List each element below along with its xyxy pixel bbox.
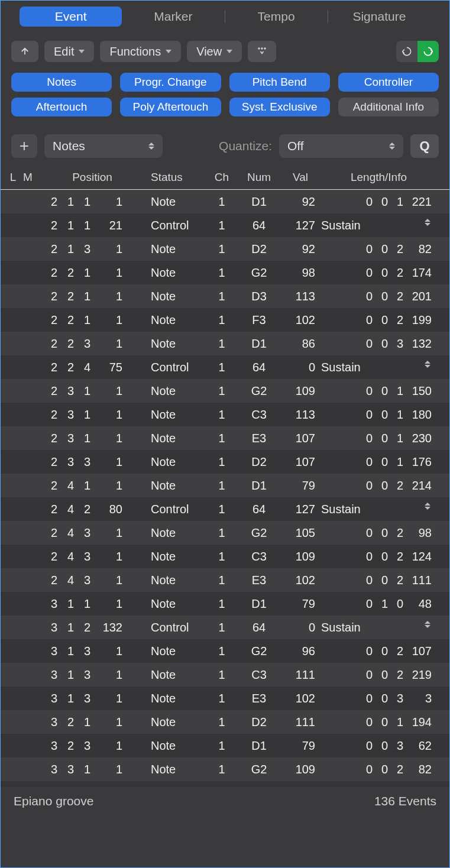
cell-length-info[interactable]: 001230: [319, 432, 439, 445]
event-row[interactable]: 312132Control1640Sustain: [1, 616, 449, 639]
cell-num[interactable]: D1: [236, 739, 282, 753]
cell-position[interactable]: 3131: [36, 644, 148, 658]
cell-length-info[interactable]: 0033: [319, 692, 439, 705]
cell-num[interactable]: G2: [236, 266, 282, 280]
cell-position[interactable]: 2111: [36, 195, 148, 209]
cell-val[interactable]: 79: [282, 739, 319, 753]
cell-length-info[interactable]: 002107: [319, 644, 439, 658]
event-row[interactable]: 2111Note1D192001221: [1, 190, 449, 213]
cell-val[interactable]: 111: [282, 715, 319, 729]
cell-val[interactable]: 105: [282, 526, 319, 540]
cell-status[interactable]: Note: [148, 763, 208, 776]
col-header-loop[interactable]: L: [7, 171, 20, 184]
cell-position[interactable]: 2211: [36, 313, 148, 327]
cell-length-info[interactable]: 002201: [319, 290, 439, 303]
filter-sysex[interactable]: Syst. Exclusive: [229, 98, 330, 116]
quantize-select[interactable]: Off: [279, 134, 403, 158]
cell-length-info[interactable]: 002214: [319, 479, 439, 493]
cell-val[interactable]: 111: [282, 668, 319, 682]
cell-length-info[interactable]: 00298: [319, 526, 439, 540]
tab-marker[interactable]: Marker: [122, 7, 224, 27]
cell-status[interactable]: Note: [148, 692, 208, 705]
event-type-select[interactable]: Notes: [44, 134, 163, 158]
cell-val[interactable]: 102: [282, 692, 319, 705]
cell-position[interactable]: 24280: [36, 503, 148, 516]
event-row[interactable]: 2211Note1D3113002201: [1, 284, 449, 308]
cell-status[interactable]: Note: [148, 313, 208, 327]
cell-status[interactable]: Note: [148, 408, 208, 422]
cell-position[interactable]: 2431: [36, 574, 148, 587]
event-table-body[interactable]: 2111Note1D19200122121121Control164127Sus…: [1, 190, 449, 786]
filter-aftertouch[interactable]: Aftertouch: [11, 98, 112, 116]
event-row[interactable]: 3131Note1G296002107: [1, 639, 449, 663]
event-row[interactable]: 3111Note1D17901048: [1, 592, 449, 616]
cell-status[interactable]: Note: [148, 739, 208, 753]
cell-num[interactable]: E3: [236, 574, 282, 587]
cell-channel[interactable]: 1: [208, 574, 236, 587]
col-header-position[interactable]: Position: [36, 171, 148, 184]
cell-position[interactable]: 2231: [36, 337, 148, 351]
event-row[interactable]: 21121Control164127Sustain: [1, 213, 449, 237]
cell-val[interactable]: 109: [282, 550, 319, 563]
cell-val[interactable]: 109: [282, 384, 319, 398]
event-row[interactable]: 2311Note1E3107001230: [1, 426, 449, 450]
cell-channel[interactable]: 1: [208, 337, 236, 351]
event-row[interactable]: 3231Note1D17900362: [1, 734, 449, 757]
cell-length-info[interactable]: 003132: [319, 337, 439, 351]
midi-out-button[interactable]: [417, 41, 439, 62]
cell-status[interactable]: Note: [148, 715, 208, 729]
cell-status[interactable]: Note: [148, 384, 208, 398]
cell-status[interactable]: Note: [148, 195, 208, 209]
back-up-button[interactable]: [11, 41, 38, 62]
event-row[interactable]: 2431Note1C3109002124: [1, 545, 449, 568]
event-row[interactable]: 2311Note1G2109001150: [1, 379, 449, 403]
cell-num[interactable]: C3: [236, 668, 282, 682]
cell-num[interactable]: 64: [236, 361, 282, 374]
cell-length-info[interactable]: 002199: [319, 313, 439, 327]
cell-status[interactable]: Note: [148, 644, 208, 658]
cell-length-info[interactable]: 002219: [319, 668, 439, 682]
cell-num[interactable]: F3: [236, 313, 282, 327]
cell-status[interactable]: Note: [148, 550, 208, 563]
tab-event[interactable]: Event: [20, 7, 122, 27]
catch-playhead-button[interactable]: [248, 41, 276, 62]
cell-channel[interactable]: 1: [208, 266, 236, 280]
cell-channel[interactable]: 1: [208, 313, 236, 327]
cell-num[interactable]: G2: [236, 526, 282, 540]
cell-channel[interactable]: 1: [208, 479, 236, 493]
cell-length-info[interactable]: 002111: [319, 574, 439, 587]
cell-val[interactable]: 107: [282, 432, 319, 445]
cell-val[interactable]: 102: [282, 313, 319, 327]
tab-tempo[interactable]: Tempo: [225, 7, 328, 27]
cell-length-info[interactable]: 00282: [319, 763, 439, 776]
cell-channel[interactable]: 1: [208, 455, 236, 469]
cell-channel[interactable]: 1: [208, 361, 236, 374]
event-row[interactable]: 2231Note1D186003132: [1, 332, 449, 355]
event-row[interactable]: 3311Note1G210900282: [1, 757, 449, 781]
cell-val[interactable]: 98: [282, 266, 319, 280]
event-row[interactable]: 2211Note1F3102002199: [1, 308, 449, 332]
cell-position[interactable]: 2311: [36, 432, 148, 445]
col-header-length[interactable]: Length/Info: [319, 171, 439, 184]
cell-length-info[interactable]: 001176: [319, 455, 439, 469]
cell-position[interactable]: 2311: [36, 408, 148, 422]
cell-length-info[interactable]: 01048: [319, 597, 439, 611]
filter-program-change[interactable]: Progr. Change: [120, 73, 221, 92]
cell-channel[interactable]: 1: [208, 526, 236, 540]
cell-channel[interactable]: 1: [208, 195, 236, 209]
event-row[interactable]: 24280Control164127Sustain: [1, 497, 449, 521]
cell-position[interactable]: 2431: [36, 526, 148, 540]
cell-channel[interactable]: 1: [208, 739, 236, 753]
midi-in-button[interactable]: [396, 41, 417, 62]
cell-length-info[interactable]: 002174: [319, 266, 439, 280]
col-header-channel[interactable]: Ch: [208, 171, 236, 184]
cell-val[interactable]: 107: [282, 455, 319, 469]
event-row[interactable]: 22475Control1640Sustain: [1, 355, 449, 379]
cell-length-info[interactable]: 001180: [319, 408, 439, 422]
cell-channel[interactable]: 1: [208, 715, 236, 729]
cell-num[interactable]: D1: [236, 479, 282, 493]
event-row[interactable]: 2431Note1E3102002111: [1, 568, 449, 592]
col-header-mute[interactable]: M: [20, 171, 36, 184]
cell-position[interactable]: 2211: [36, 290, 148, 303]
cell-channel[interactable]: 1: [208, 621, 236, 634]
